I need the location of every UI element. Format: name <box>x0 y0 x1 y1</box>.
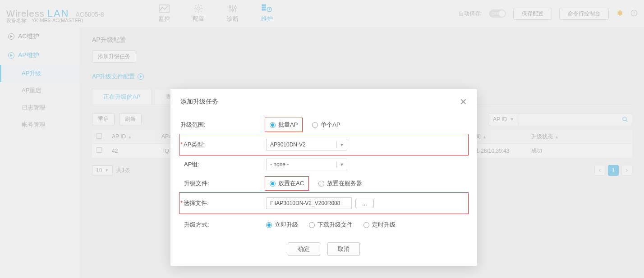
search-field-label: AP ID <box>493 116 507 123</box>
autosave-toggle-text: OFF <box>492 11 500 16</box>
add-upgrade-task-modal: 添加升级任务 ✕ 升级范围: 批量AP 单个AP AP类型: <box>170 89 477 266</box>
search-field-selector[interactable]: AP ID ▼ <box>488 114 519 125</box>
nav-monitor-label: 监控 <box>158 15 170 23</box>
row-upgrade-mode: 升级方式: 立即升级 下载升级文件 定时升级 <box>180 215 467 234</box>
cancel-button[interactable]: 取消 <box>327 242 360 256</box>
radio-icon <box>363 222 369 228</box>
checkbox-icon <box>97 147 102 153</box>
svg-text:?: ? <box>633 11 635 15</box>
radio-single-ap-label: 单个AP <box>321 121 340 129</box>
label-select-file: 选择文件: <box>180 199 266 207</box>
autosave-toggle[interactable]: OFF <box>489 9 506 18</box>
browse-file-button[interactable]: ... <box>355 199 374 208</box>
search-input[interactable] <box>519 114 618 125</box>
save-config-button[interactable]: 保存配置 <box>513 8 552 20</box>
pager-total: 共1条 <box>116 167 130 174</box>
radio-batch-ap[interactable]: 批量AP <box>270 121 298 129</box>
radio-mode-now[interactable]: 立即升级 <box>266 221 298 229</box>
ap-upgrade-config-title: AP升级配置 <box>92 36 632 44</box>
sidebar-sub-label: 帐号管理 <box>22 121 45 128</box>
sidebar-sub-log-mgmt[interactable]: 日志管理 <box>0 99 80 116</box>
sidebar-sub-label: 日志管理 <box>22 104 45 111</box>
close-icon: ✕ <box>460 97 467 107</box>
cell-checkbox[interactable] <box>92 145 107 157</box>
sort-icon: ▲ <box>483 135 487 139</box>
radio-mode-scheduled-label: 定时升级 <box>372 221 396 229</box>
add-upgrade-task-button[interactable]: 添加升级任务 <box>92 50 136 63</box>
nav-diagnose[interactable]: 诊断 <box>227 4 239 23</box>
refresh-button[interactable]: 刷新 <box>119 113 142 125</box>
page-size-selector[interactable]: 10 ▼ <box>92 165 113 175</box>
help-icon[interactable]: ? <box>630 9 638 18</box>
radio-icon <box>270 181 276 187</box>
ok-button[interactable]: 确定 <box>288 242 320 256</box>
link-text: AP升级文件配置 <box>92 73 135 81</box>
svg-rect-9 <box>262 9 266 10</box>
modal-title: 添加升级任务 <box>180 98 218 106</box>
monitor-icon <box>158 4 170 13</box>
search-button[interactable] <box>618 116 632 123</box>
radio-mode-download[interactable]: 下载升级文件 <box>309 221 353 229</box>
checkbox-icon <box>97 133 102 139</box>
radio-mode-scheduled[interactable]: 定时升级 <box>363 221 396 229</box>
radio-single-ap[interactable]: 单个AP <box>312 121 340 129</box>
sidebar-item-ap-maintain[interactable]: AP维护 <box>0 46 80 65</box>
col-apid[interactable]: AP ID▲ <box>107 131 157 142</box>
col-upgrade-status[interactable]: 升级状态▲ <box>527 130 599 143</box>
chevron-down-icon: ▾ <box>336 141 343 148</box>
nav-config-label: 配置 <box>193 15 204 23</box>
chevron-down-icon: ▼ <box>105 168 109 173</box>
svg-rect-8 <box>262 7 266 8</box>
sort-icon: ▲ <box>555 135 559 139</box>
nav-config[interactable]: 配置 <box>193 4 204 23</box>
app-header: Wireless LAN AC6005-8 设备名称: YK-MES-AC(MA… <box>0 0 644 27</box>
pager-page-1[interactable]: 1 <box>608 165 619 176</box>
pager-prev-button[interactable]: ‹ <box>594 165 605 176</box>
caret-icon <box>8 33 14 40</box>
selected-file-field[interactable]: FitAP3010DN-V2_V200R008 <box>266 197 352 209</box>
search-combo[interactable]: AP ID ▼ <box>488 114 632 125</box>
nav-maintain[interactable]: 维护 <box>261 4 273 23</box>
play-circle-icon <box>138 73 144 80</box>
ap-group-value: - none - <box>270 161 289 168</box>
radio-file-on-server[interactable]: 放置在服务器 <box>318 179 362 187</box>
sort-icon: ▲ <box>128 135 132 139</box>
nav-monitor[interactable]: 监控 <box>158 4 170 23</box>
col-status-label: 升级状态 <box>531 133 553 140</box>
label-upgrade-file: 升级文件: <box>180 179 266 187</box>
svg-point-6 <box>235 7 236 9</box>
radio-icon <box>270 122 276 128</box>
sidebar-sub-label: AP升级 <box>22 70 41 77</box>
ap-type-value: AP3010DN-V2 <box>270 141 306 148</box>
sidebar-sub-label: AP重启 <box>22 87 41 94</box>
sidebar-sub-account-mgmt[interactable]: 帐号管理 <box>0 116 80 133</box>
radio-icon <box>266 222 272 228</box>
selected-file-value: FitAP3010DN-V2_V200R008 <box>270 200 340 206</box>
ap-upgrade-file-config-link[interactable]: AP升级文件配置 <box>92 73 632 81</box>
row-upgrade-scope: 升级范围: 批量AP 单个AP <box>180 115 467 134</box>
cli-console-button[interactable]: 命令行控制台 <box>559 8 609 20</box>
sliders-icon <box>227 4 239 13</box>
settings-icon[interactable] <box>616 9 623 18</box>
col-apid-label: AP ID <box>112 133 126 140</box>
chevron-down-icon: ▼ <box>510 117 514 122</box>
svg-point-4 <box>229 6 231 8</box>
device-name-row: 设备名称: YK-MES-AC(MASTER) <box>6 17 83 24</box>
sidebar-sub-ap-reboot[interactable]: AP重启 <box>0 82 80 99</box>
sidebar-item-ac-maintain[interactable]: AC维护 <box>0 27 80 46</box>
pager-next-button[interactable]: › <box>621 165 632 176</box>
ap-type-select[interactable]: AP3010DN-V2 ▾ <box>266 139 347 150</box>
ap-group-select[interactable]: - none - ▾ <box>266 159 347 170</box>
caret-icon <box>8 52 14 59</box>
cell-status: 成功 <box>527 144 599 157</box>
tab-upgrading-ap[interactable]: 正在升级的AP <box>92 89 152 105</box>
col-checkbox[interactable] <box>92 131 107 143</box>
radio-file-on-ac[interactable]: 放置在AC <box>270 179 304 187</box>
modal-close-button[interactable]: ✕ <box>460 96 467 107</box>
row-ap-group: AP组: - none - ▾ <box>180 155 467 174</box>
label-upgrade-mode: 升级方式: <box>180 221 266 229</box>
row-select-file: 选择文件: FitAP3010DN-V2_V200R008 ... <box>180 194 467 213</box>
restart-button[interactable]: 重启 <box>92 113 115 125</box>
cell-apid: 42 <box>107 145 157 157</box>
sidebar-sub-ap-upgrade[interactable]: AP升级 <box>0 65 80 82</box>
